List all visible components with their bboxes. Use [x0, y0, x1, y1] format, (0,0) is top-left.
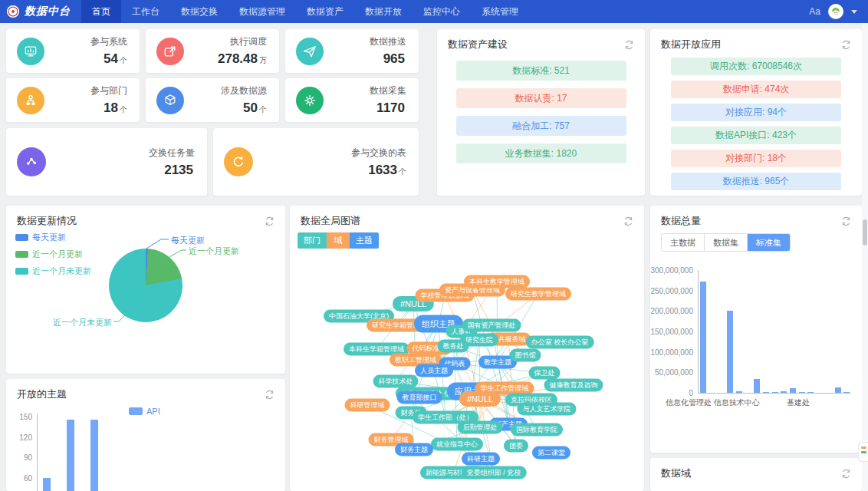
nav-item-datasource-mgmt[interactable]: 数据源管理 — [229, 0, 296, 23]
bar[interactable] — [727, 311, 733, 393]
openapp-badge-api[interactable]: 数据API接口: 423个 — [671, 127, 841, 144]
brand: 数据中台 — [0, 5, 81, 18]
graph-node[interactable]: 健康教育及咨询 — [544, 379, 603, 392]
pie-legend-item[interactable]: 近一个月更新 — [15, 249, 91, 260]
openapp-badge-apps[interactable]: 对接应用: 94个 — [671, 104, 841, 121]
bar[interactable] — [807, 392, 814, 393]
nav-item-workbench[interactable]: 工作台 — [121, 0, 170, 23]
asset-badge-fusion[interactable]: 融合加工: 757 — [456, 116, 626, 136]
stat-value: 2135 — [149, 163, 195, 178]
bar[interactable] — [835, 387, 841, 393]
pie-callout-label: 近一个月未更新 — [46, 317, 112, 328]
graph-node[interactable]: 办公室 校长办公室 — [526, 336, 594, 349]
refresh-icon[interactable] — [624, 40, 634, 50]
stat-card-datasources: 涉及数据源 50个 — [146, 78, 279, 122]
y-axis-tick-label: 250,000,000 — [650, 287, 693, 295]
y-axis-tick-label: 200,000,000 — [650, 307, 693, 315]
bar[interactable] — [754, 379, 760, 393]
stat-label: 参与部门 — [90, 84, 127, 97]
graph-node[interactable]: 国际教育学院 — [511, 423, 563, 437]
graph-node[interactable]: 与人文艺术学院 — [518, 403, 577, 416]
graph-node[interactable]: 科学技术处 — [373, 375, 419, 388]
legend-label: 近一个月未更新 — [32, 265, 91, 277]
asset-badge-dataset[interactable]: 业务数据集: 1820 — [456, 143, 626, 163]
y-axis-tick-label: 0 — [650, 389, 693, 397]
share-nodes-icon — [17, 147, 46, 176]
bar[interactable] — [763, 392, 769, 393]
bar[interactable] — [736, 391, 742, 393]
graph-node[interactable]: 本科生教学管理域 — [464, 275, 530, 288]
gear-icon — [296, 87, 324, 114]
graph-node[interactable]: 人员主题 — [415, 364, 453, 377]
bar[interactable] — [67, 420, 74, 491]
panel-data-update: 数据更新情况 每天更新近一个月更新近一个月未更新每天更新近一个月更新近一个月未更… — [6, 206, 285, 374]
refresh-icon[interactable] — [841, 40, 851, 50]
y-axis-tick-label: 60 — [9, 474, 32, 483]
asset-badge-standard[interactable]: 数据标准: 521 — [456, 61, 626, 81]
openapp-badge-departments[interactable]: 对接部门: 18个 — [671, 150, 841, 167]
pie-chart[interactable] — [109, 249, 182, 322]
stat-label: 执行调度 — [218, 35, 267, 48]
graph-node[interactable]: 教育部接口 — [397, 391, 442, 404]
top-navbar: 数据中台 首页 工作台 数据交换 数据源管理 数据资产 数据开放 监控中心 系统… — [0, 0, 868, 23]
nav-item-data-exchange[interactable]: 数据交换 — [170, 0, 229, 23]
legend-swatch — [15, 251, 28, 258]
floating-widget[interactable] — [858, 442, 868, 462]
avatar[interactable] — [828, 4, 843, 19]
scrollbar-thumb[interactable] — [863, 219, 867, 246]
pie-legend: 每天更新近一个月更新近一个月未更新 — [15, 232, 91, 282]
scrollbar-track[interactable] — [862, 23, 868, 491]
graph-node[interactable]: 团委 — [504, 440, 528, 453]
legend-label: 每天更新 — [32, 232, 66, 243]
panel-data-total: 数据总量 主数据 数据集 标准集 300,000,000250,000,0002… — [650, 206, 862, 453]
graph-node[interactable]: 科研管理域 — [345, 399, 390, 412]
openapp-badge-push[interactable]: 数据推送: 965个 — [671, 173, 841, 190]
stat-card-exchange-tasks: 交换任务量 2135 — [6, 128, 207, 196]
graph-node[interactable]: 财务主题 — [395, 443, 433, 456]
bar[interactable] — [799, 392, 805, 393]
bar[interactable] — [781, 391, 787, 393]
stat-value: 1170 — [370, 101, 406, 116]
bar[interactable] — [772, 392, 778, 393]
bar[interactable] — [790, 388, 796, 393]
chevron-down-icon[interactable] — [851, 10, 857, 14]
graph-node[interactable]: 国有资产管理处 — [462, 319, 521, 332]
graph-node[interactable]: 后勤管理处 — [458, 421, 503, 434]
graph-node[interactable]: 图书馆 — [510, 349, 541, 362]
network-graph: #NULL中国石油大学(北京)学校管理数据域资产与设备管理域本科生教学管理域研究… — [290, 206, 644, 491]
graph-node[interactable]: 第二课堂 — [532, 447, 570, 460]
font-size-toggle[interactable]: Aa — [809, 6, 820, 17]
stat-value: 54个 — [90, 51, 127, 67]
panel-title: 数据资产建设 — [448, 38, 508, 51]
panel-title: 数据开放应用 — [661, 38, 721, 51]
graph-node[interactable]: 科研主题 — [462, 453, 500, 466]
graph-node[interactable]: 党委组织部 / 党校 — [462, 466, 527, 479]
asset-badge-responsibility[interactable]: 数据认责: 17 — [456, 88, 626, 108]
y-axis-line — [37, 414, 38, 491]
bar[interactable] — [90, 420, 98, 491]
nav-item-data-open[interactable]: 数据开放 — [354, 0, 413, 23]
nav-item-home[interactable]: 首页 — [81, 0, 121, 23]
bar[interactable] — [843, 392, 850, 393]
graph-node[interactable]: 就业指导中心 — [431, 438, 483, 451]
bar[interactable] — [43, 478, 51, 491]
openapp-badge-requests[interactable]: 数据申请: 474次 — [671, 81, 841, 98]
stat-card-collection: 数据采集 1170 — [285, 78, 419, 122]
nav-item-system-mgmt[interactable]: 系统管理 — [471, 0, 529, 23]
pie-chart-area: 每天更新近一个月更新近一个月未更新每天更新近一个月更新近一个月未更新 — [6, 206, 285, 374]
monitor-icon — [17, 38, 44, 65]
pie-legend-item[interactable]: 近一个月未更新 — [15, 265, 91, 277]
graph-node[interactable]: #NULL — [459, 391, 501, 407]
nav-item-monitor-center[interactable]: 监控中心 — [413, 0, 471, 23]
bar[interactable] — [700, 282, 706, 393]
openapp-badge-calls[interactable]: 调用次数: 67008546次 — [671, 58, 841, 75]
graph-node[interactable]: 教务处 — [438, 340, 469, 353]
pie-legend-item[interactable]: 每天更新 — [15, 232, 91, 243]
stat-value: 278.48万 — [218, 51, 267, 67]
y-axis-tick-label: 150 — [9, 413, 32, 421]
stat-card-departments: 参与部门 18个 — [6, 78, 140, 122]
graph-node[interactable]: 保卫处 — [529, 367, 561, 380]
refresh-icon[interactable] — [841, 469, 851, 479]
graph-node[interactable]: 研究生教学管理域 — [505, 288, 571, 301]
nav-item-data-asset[interactable]: 数据资产 — [296, 0, 354, 23]
